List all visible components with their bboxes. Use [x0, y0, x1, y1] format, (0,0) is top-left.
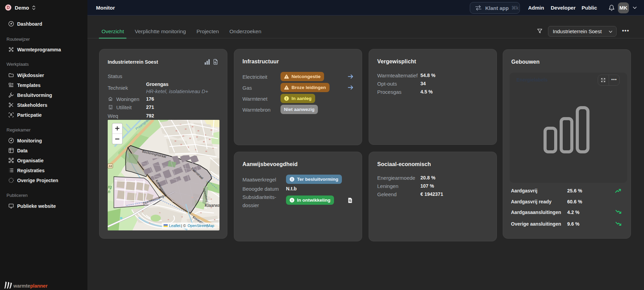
svg-text:Klaarwa: Klaarwa — [205, 203, 219, 208]
svg-text:rg: rg — [108, 185, 112, 189]
svg-text:| ©: | © — [181, 224, 186, 228]
svg-text:Leaflet: Leaflet — [169, 224, 180, 228]
svg-text:OpenStreetMap: OpenStreetMap — [188, 224, 214, 228]
svg-text:44: 44 — [109, 164, 112, 168]
svg-text:n: n — [108, 189, 110, 194]
